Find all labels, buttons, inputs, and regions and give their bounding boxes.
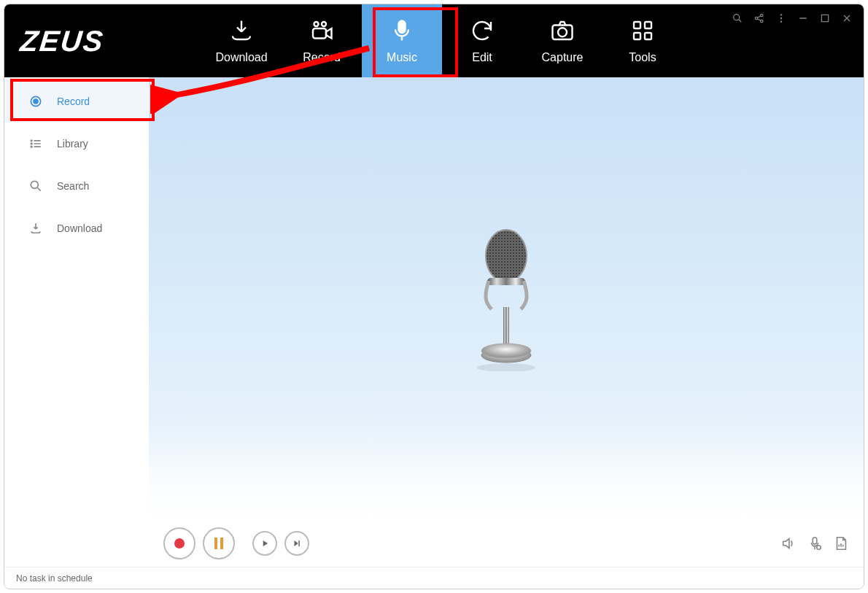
sidebar-item-label: Library [57, 138, 88, 150]
svg-rect-6 [634, 22, 640, 28]
download-icon [228, 18, 255, 44]
file-audio-icon[interactable] [833, 535, 849, 551]
sidebar: Record Library Search Download [4, 77, 149, 567]
svg-point-14 [780, 14, 782, 15]
sidebar-item-record[interactable]: Record [4, 80, 148, 123]
pause-button[interactable] [203, 527, 235, 559]
next-button[interactable] [284, 531, 309, 556]
svg-point-0 [314, 22, 319, 26]
app-window: ZEUS Download Record Music [4, 4, 864, 589]
record-canvas [149, 77, 864, 519]
svg-point-15 [780, 18, 782, 19]
sidebar-item-label: Record [57, 96, 90, 107]
topbar: ZEUS Download Record Music [4, 4, 864, 77]
mic-settings-icon[interactable] [807, 535, 823, 551]
minimize-icon[interactable] [797, 12, 810, 25]
tab-label: Edit [472, 51, 492, 64]
svg-point-22 [31, 146, 32, 147]
playback-controls [149, 519, 864, 567]
app-body: Record Library Search Download [4, 77, 864, 567]
svg-rect-9 [645, 33, 651, 39]
svg-rect-32 [298, 540, 299, 546]
search-icon[interactable] [731, 12, 744, 25]
svg-rect-28 [503, 307, 509, 347]
tab-download[interactable]: Download [201, 4, 282, 77]
main-panel [149, 77, 864, 567]
tab-tools[interactable]: Tools [602, 4, 683, 77]
tab-music[interactable]: Music [362, 4, 442, 77]
record-button[interactable] [163, 527, 195, 559]
svg-point-16 [780, 20, 782, 22]
download-icon [28, 220, 44, 236]
svg-rect-2 [313, 28, 326, 39]
right-controls [780, 535, 849, 551]
sidebar-item-label: Search [57, 180, 89, 192]
svg-rect-17 [821, 15, 828, 21]
close-icon[interactable] [840, 12, 853, 25]
svg-point-1 [322, 22, 326, 26]
play-button[interactable] [252, 531, 277, 556]
tab-label: Record [303, 51, 341, 64]
camera-icon [549, 18, 576, 44]
more-icon[interactable] [775, 12, 788, 25]
sidebar-item-download[interactable]: Download [4, 207, 148, 249]
svg-rect-7 [645, 22, 651, 28]
sidebar-item-label: Download [57, 222, 102, 234]
camcorder-icon [309, 18, 335, 44]
microphone-icon [389, 18, 415, 44]
tab-label: Music [387, 51, 417, 64]
svg-point-23 [31, 181, 38, 188]
tab-record[interactable]: Record [282, 4, 362, 77]
tab-label: Capture [542, 51, 584, 64]
sidebar-item-library[interactable]: Library [4, 123, 148, 165]
radio-icon [28, 93, 44, 109]
svg-point-5 [558, 28, 567, 36]
sidebar-item-search[interactable]: Search [4, 165, 148, 207]
svg-point-34 [817, 545, 821, 549]
svg-point-19 [34, 99, 38, 104]
volume-icon[interactable] [780, 535, 797, 551]
svg-point-21 [31, 143, 32, 144]
main-tabs: Download Record Music Edit [201, 4, 683, 77]
maximize-icon[interactable] [818, 12, 832, 25]
tab-capture[interactable]: Capture [522, 4, 602, 77]
svg-rect-3 [399, 21, 406, 34]
tab-edit[interactable]: Edit [442, 4, 522, 77]
pause-bar-icon [220, 538, 223, 549]
tab-label: Download [215, 51, 267, 64]
svg-rect-8 [634, 33, 640, 39]
status-text: No task in schedule [16, 573, 93, 584]
grid-icon [629, 18, 656, 44]
svg-point-30 [481, 344, 531, 358]
search-icon [28, 178, 44, 194]
list-icon [28, 136, 44, 152]
app-logo: ZEUS [4, 4, 154, 77]
svg-point-10 [734, 15, 740, 20]
pause-bar-icon [214, 538, 217, 549]
microphone-illustration [462, 225, 550, 371]
svg-point-31 [477, 363, 535, 371]
svg-rect-33 [813, 537, 817, 543]
svg-point-20 [31, 140, 32, 142]
window-controls [731, 12, 853, 25]
refresh-icon [469, 18, 495, 44]
tab-label: Tools [629, 51, 656, 64]
status-bar: No task in schedule [4, 567, 864, 589]
svg-rect-27 [487, 278, 525, 285]
record-dot-icon [174, 538, 185, 549]
share-icon[interactable] [753, 12, 766, 25]
svg-point-26 [486, 230, 527, 282]
